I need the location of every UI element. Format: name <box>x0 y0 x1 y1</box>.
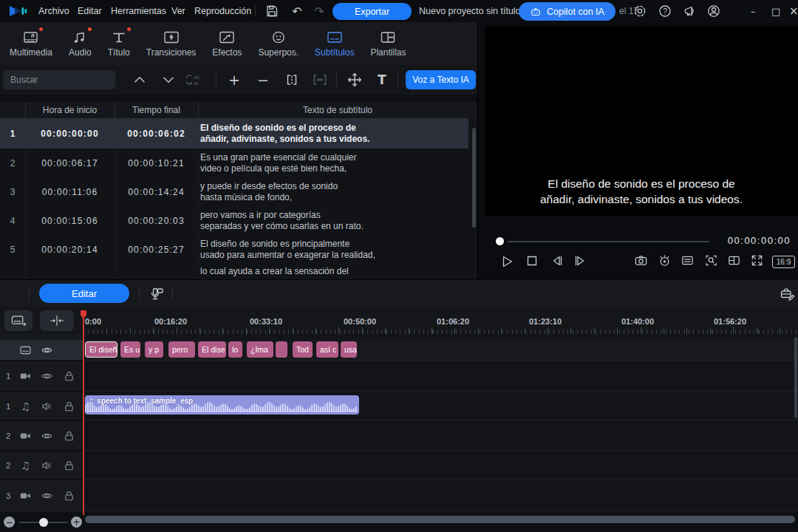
add-subtitle-track-button[interactable] <box>4 310 33 331</box>
previous-frame-button[interactable] <box>550 253 565 268</box>
visibility-toggle[interactable] <box>41 429 53 442</box>
subtitle-clip[interactable]: así c <box>316 341 338 358</box>
marker-list-icon[interactable] <box>681 253 695 267</box>
account-icon[interactable] <box>706 4 721 18</box>
toolbox-edit-icon[interactable] <box>780 286 796 302</box>
find-replace-icon[interactable]: abac <box>186 72 202 88</box>
split-subtitle-icon[interactable] <box>284 72 300 88</box>
copilot-button[interactable]: Copilot con IA <box>519 2 615 21</box>
mute-toggle[interactable] <box>41 459 53 471</box>
help-icon[interactable]: ? <box>658 4 672 18</box>
settings-gear-icon[interactable] <box>632 4 647 18</box>
subtitle-clip[interactable]: ¿Ima <box>247 341 273 358</box>
stop-button[interactable] <box>525 253 539 268</box>
subtitle-row[interactable]: 4 00:00:15:06 00:00:20:03 pero vamos a i… <box>0 206 468 235</box>
chevron-up-icon[interactable] <box>132 72 148 88</box>
lock-toggle[interactable] <box>63 370 75 383</box>
preview-zoom-icon[interactable] <box>704 253 718 267</box>
video-viewport[interactable]: El diseño de sonido es el proceso de aña… <box>485 27 798 216</box>
subtitle-row[interactable]: 1 00:00:00:00 00:00:06:02 El diseño de s… <box>0 118 468 149</box>
move-tool-icon[interactable] <box>347 72 363 88</box>
add-subtitle-icon[interactable]: + <box>228 65 240 95</box>
snapshot-camera-icon[interactable] <box>634 253 648 267</box>
aspect-ratio-button[interactable]: 16:9 <box>772 256 795 268</box>
subtitle-clip[interactable]: El dise <box>198 341 226 358</box>
tab-superpos[interactable]: Superpos. <box>250 22 307 65</box>
tab-multimedia[interactable]: Multimedia <box>1 22 61 65</box>
save-icon[interactable] <box>265 4 279 18</box>
merge-subtitle-icon[interactable] <box>312 72 328 88</box>
subtitle-clip[interactable]: lo <box>228 341 242 358</box>
visibility-toggle[interactable] <box>41 344 53 356</box>
render-preview-icon[interactable] <box>658 253 672 267</box>
subtitle-row[interactable]: 3 00:00:11:06 00:00:14:24 y puede ir des… <box>0 177 468 206</box>
visibility-toggle[interactable] <box>41 370 53 383</box>
seek-handle[interactable] <box>496 237 504 245</box>
subtitle-row[interactable]: 5 00:00:20:14 00:00:25:27 El diseño de s… <box>0 235 468 264</box>
subtitle-row[interactable]: lo cual ayuda a crear la sensación del <box>0 264 468 279</box>
export-button[interactable]: Exportar <box>332 3 412 20</box>
minimize-button[interactable]: – <box>751 0 756 22</box>
audio-track-header[interactable]: 1 ♫ <box>0 391 83 420</box>
playhead-line[interactable] <box>83 318 84 515</box>
seek-track[interactable] <box>508 241 709 242</box>
subtitle-row[interactable]: 2 00:00:06:17 00:00:10:21 Es una gran pa… <box>0 149 468 177</box>
mute-toggle[interactable] <box>41 400 53 412</box>
snap-toggle-button[interactable] <box>40 310 74 331</box>
video-track-header[interactable]: 3 <box>0 479 83 511</box>
play-button[interactable] <box>499 253 515 270</box>
divider <box>336 73 337 86</box>
subtitle-clip[interactable]: Tod <box>293 341 313 358</box>
menu-item-reproduccin[interactable]: Reproducción <box>194 0 251 22</box>
speech-to-text-icon[interactable] <box>148 286 164 302</box>
audio-clip[interactable]: ♫ speech to text_sample_esp <box>85 395 359 415</box>
subtitle-clip[interactable]: El diseñ <box>85 341 117 358</box>
chevron-down-icon[interactable] <box>160 72 177 88</box>
subtitle-clip[interactable]: y p <box>145 341 163 358</box>
close-button[interactable]: × <box>789 0 798 22</box>
subtitle-clip[interactable]: Es u <box>120 341 140 358</box>
zoom-in-button[interactable]: + <box>71 516 82 528</box>
redo-icon[interactable]: ↷ <box>312 4 327 18</box>
fullscreen-icon[interactable] <box>750 253 764 267</box>
lock-toggle[interactable] <box>63 429 75 442</box>
voice-to-text-button[interactable]: Voz a Texto IA <box>406 70 476 89</box>
audio-track-header[interactable]: 2 ♫ <box>0 450 83 479</box>
split-view-icon[interactable] <box>727 253 741 267</box>
search-input[interactable] <box>3 70 115 89</box>
next-frame-button[interactable] <box>573 253 587 268</box>
divider <box>216 73 216 86</box>
megaphone-icon[interactable] <box>683 4 698 18</box>
menu-item-herramientas[interactable]: Herramientas <box>111 0 166 22</box>
subtitle-track-header[interactable] <box>0 340 83 360</box>
tab-efectos[interactable]: Efectos <box>204 22 250 65</box>
undo-icon[interactable]: ↶ <box>290 4 304 18</box>
timeline-scrollbar[interactable] <box>794 337 797 418</box>
video-track-header[interactable]: 2 <box>0 420 83 450</box>
menu-item-archivo[interactable]: Archivo <box>38 0 69 22</box>
tab-plantillas[interactable]: Plantillas <box>362 22 414 65</box>
video-track-header[interactable]: 1 <box>0 360 83 391</box>
zoom-slider-handle[interactable] <box>39 518 48 527</box>
subtitle-clip[interactable] <box>276 341 287 358</box>
menu-item-ver[interactable]: Ver <box>171 0 185 22</box>
subtitle-clip[interactable]: pero <box>168 341 195 358</box>
edit-button[interactable]: Editar <box>39 284 129 303</box>
tab-subttulos[interactable]: Subtítulos <box>307 22 362 65</box>
visibility-toggle[interactable] <box>41 490 53 502</box>
tab-transiciones[interactable]: Transiciones <box>138 22 205 65</box>
zoom-out-button[interactable]: − <box>4 516 15 528</box>
lock-toggle[interactable] <box>63 400 75 412</box>
tab-ttulo[interactable]: Título <box>100 22 138 65</box>
remove-subtitle-icon[interactable]: − <box>257 65 269 95</box>
tab-subttulos-icon <box>326 30 344 45</box>
table-scrollbar[interactable] <box>472 128 476 228</box>
menu-item-editar[interactable]: Editar <box>78 0 102 22</box>
lock-toggle[interactable] <box>63 459 75 471</box>
subtitle-clip[interactable]: usa <box>341 341 357 358</box>
maximize-button[interactable]: □ <box>771 0 780 22</box>
text-tool-icon[interactable]: T <box>378 65 386 95</box>
timeline-horizontal-scrollbar[interactable] <box>85 516 795 523</box>
tab-audio[interactable]: Audio <box>61 22 100 65</box>
lock-toggle[interactable] <box>63 490 75 502</box>
